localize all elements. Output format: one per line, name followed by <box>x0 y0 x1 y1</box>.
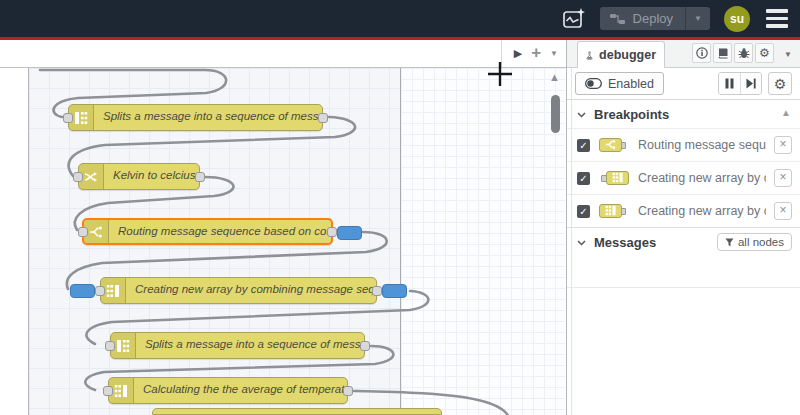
flow-list-caret-icon[interactable]: ▼ <box>550 50 558 58</box>
join-node[interactable]: Calculating the the average of temperatu… <box>108 377 348 404</box>
breakpoint-marker[interactable] <box>337 226 362 240</box>
node-label: Calculating the the average of temperatu… <box>134 378 347 403</box>
chevron-down-icon <box>577 112 586 118</box>
breakpoints-header[interactable]: Breakpoints ▲ <box>567 100 800 128</box>
step-button[interactable] <box>740 73 761 94</box>
breakpoint-row[interactable]: ✓ Creating new array by combini × <box>567 161 800 194</box>
bug-icon <box>738 47 750 59</box>
node-label: Creating new array by combining message … <box>126 278 376 303</box>
chart-sparkle-icon[interactable] <box>562 8 586 30</box>
node-output-port[interactable] <box>343 386 353 396</box>
breakpoint-label: Creating new array by combini <box>638 204 766 218</box>
triangle-up-icon[interactable]: ▲ <box>781 107 791 118</box>
split-node[interactable]: Splits a message into a sequence of mess… <box>110 332 365 359</box>
node-input-port[interactable] <box>103 386 113 396</box>
breakpoint-marker[interactable] <box>382 284 407 298</box>
gear-icon: ⚙ <box>774 76 787 92</box>
node-input-port[interactable] <box>73 172 83 182</box>
breakpoint-label: Creating new array by combini <box>638 171 766 185</box>
node-input-port[interactable] <box>105 341 115 351</box>
join-node-icon <box>598 204 630 219</box>
scroll-tabs-right-icon[interactable]: ▶ <box>514 48 522 59</box>
node-output-port[interactable] <box>372 286 382 296</box>
gear-icon: ⚙ <box>759 46 770 60</box>
node-red-app: Deploy ▼ su ▶ + ▼ <box>0 0 800 415</box>
remove-breakpoint-button[interactable]: × <box>774 202 792 220</box>
node-label: Splits a message into a sequence of mess… <box>94 105 322 130</box>
chevron-down-icon <box>577 240 586 246</box>
breakpoint-row[interactable]: ✓ Routing message sequence ba × <box>567 128 800 161</box>
node-label: Routing message sequence based on condit… <box>109 220 331 243</box>
switch-node-selected[interactable]: Routing message sequence based on condit… <box>82 218 333 245</box>
messages-title: Messages <box>594 235 656 250</box>
book-icon <box>717 47 729 59</box>
breakpoint-checkbox[interactable]: ✓ <box>577 172 590 185</box>
deploy-nodes-icon <box>610 13 626 25</box>
deploy-dropdown-button[interactable]: ▼ <box>685 7 710 30</box>
header-bar: Deploy ▼ su <box>0 0 800 37</box>
node-output-port[interactable] <box>360 341 370 351</box>
scrollbar-up-icon[interactable]: ▲ <box>549 72 560 83</box>
breakpoint-row[interactable]: ✓ Creating new array by combini × <box>567 194 800 227</box>
join-node-icon <box>598 171 630 186</box>
message-filter-button[interactable]: all nodes <box>717 233 792 251</box>
funnel-icon <box>725 238 734 247</box>
pause-button[interactable] <box>719 73 740 94</box>
scrollbar-thumb[interactable] <box>551 95 560 133</box>
split-node[interactable]: Splits a message into a sequence of mess… <box>68 104 323 131</box>
join-node[interactable]: Creating new array by combining message … <box>100 277 377 304</box>
node-output-port[interactable] <box>195 172 205 182</box>
node-input-port[interactable] <box>78 227 88 237</box>
messages-empty-area <box>567 256 800 288</box>
sidebar-tabs-caret-icon[interactable]: ▼ <box>784 50 792 59</box>
enabled-label: Enabled <box>608 77 654 91</box>
node-input-port[interactable] <box>95 286 105 296</box>
breakpoints-section: Breakpoints ▲ ✓ Routing message sequence… <box>567 100 800 227</box>
workspace-tabbar: ▶ + ▼ <box>0 40 566 68</box>
deploy-status-bar <box>0 37 800 40</box>
tab-debugger-label: debugger <box>599 48 656 62</box>
info-icon <box>696 47 708 59</box>
tab-config[interactable]: ⚙ <box>755 43 774 63</box>
tab-help[interactable] <box>713 43 732 63</box>
partial-node[interactable] <box>152 408 442 415</box>
breakpoint-label: Routing message sequence ba <box>638 138 766 152</box>
change-node[interactable]: Kelvin to celcius <box>78 163 200 190</box>
flask-icon <box>586 49 593 62</box>
flow-canvas-grid-right[interactable] <box>400 68 565 415</box>
debugger-settings-button[interactable]: ⚙ <box>768 72 792 95</box>
hamburger-menu-icon[interactable] <box>764 5 790 32</box>
breakpoint-checkbox[interactable]: ✓ <box>577 205 590 218</box>
switch-node-icon <box>598 138 630 153</box>
breakpoint-marker[interactable] <box>70 284 95 298</box>
filter-label: all nodes <box>738 236 784 248</box>
breakpoint-checkbox[interactable]: ✓ <box>577 139 590 152</box>
node-output-port[interactable] <box>327 227 337 237</box>
debugger-enabled-toggle[interactable]: Enabled <box>575 72 664 95</box>
remove-breakpoint-button[interactable]: × <box>774 169 792 187</box>
remove-breakpoint-button[interactable]: × <box>774 136 792 154</box>
user-avatar[interactable]: su <box>724 6 750 32</box>
sidebar-tabstrip: debugger ⚙ ▼ <box>567 40 800 68</box>
node-label: Kelvin to celcius <box>104 164 199 189</box>
messages-section: Messages all nodes <box>567 227 800 288</box>
debugger-toolbar: Enabled ⚙ <box>567 68 800 100</box>
step-icon <box>746 78 756 89</box>
messages-header[interactable]: Messages all nodes <box>567 228 800 256</box>
add-flow-button[interactable]: + <box>531 44 541 61</box>
pause-icon <box>725 78 734 89</box>
tab-info[interactable] <box>692 43 711 63</box>
tab-debugger[interactable]: debugger <box>577 41 665 68</box>
sidebar: debugger ⚙ ▼ Enabled <box>566 40 800 415</box>
deploy-button[interactable]: Deploy ▼ <box>600 7 710 30</box>
node-label: Splits a message into a sequence of mess… <box>136 333 364 358</box>
canvas-left-margin <box>0 68 28 415</box>
breakpoints-title: Breakpoints <box>594 107 669 122</box>
tab-debug[interactable] <box>734 43 753 63</box>
toggle-icon <box>585 78 602 89</box>
deploy-label: Deploy <box>633 11 673 26</box>
node-input-port[interactable] <box>63 113 73 123</box>
node-output-port[interactable] <box>318 113 328 123</box>
